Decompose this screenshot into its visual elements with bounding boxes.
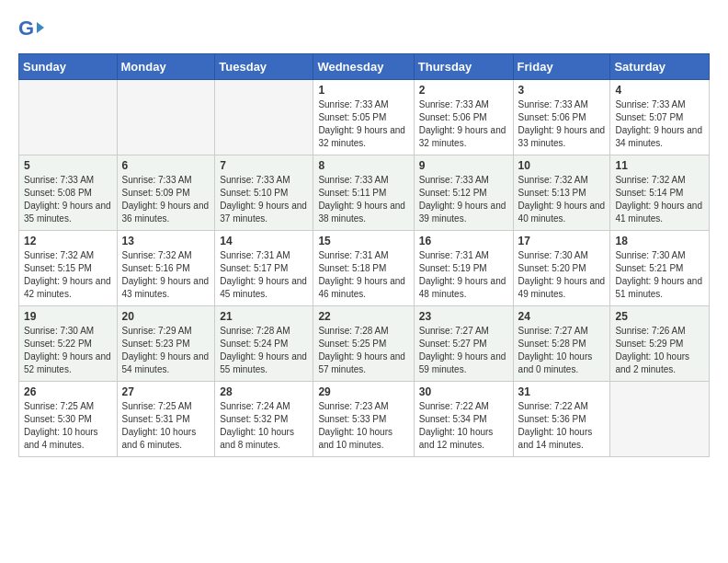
weekday-header: Tuesday (215, 54, 313, 80)
calendar-cell: 16Sunrise: 7:31 AM Sunset: 5:19 PM Dayli… (414, 231, 513, 306)
day-info: Sunrise: 7:31 AM Sunset: 5:18 PM Dayligh… (318, 249, 408, 301)
day-number: 8 (318, 159, 408, 172)
day-number: 16 (419, 235, 508, 247)
header: G (18, 17, 710, 42)
calendar-week-row: 19Sunrise: 7:30 AM Sunset: 5:22 PM Dayli… (19, 306, 710, 382)
day-info: Sunrise: 7:32 AM Sunset: 5:15 PM Dayligh… (24, 249, 112, 301)
day-info: Sunrise: 7:30 AM Sunset: 5:20 PM Dayligh… (518, 249, 606, 301)
day-number: 1 (318, 84, 408, 97)
day-info: Sunrise: 7:33 AM Sunset: 5:09 PM Dayligh… (122, 174, 210, 225)
day-info: Sunrise: 7:33 AM Sunset: 5:07 PM Dayligh… (615, 98, 704, 150)
calendar-cell: 24Sunrise: 7:27 AM Sunset: 5:28 PM Dayli… (513, 306, 610, 382)
day-info: Sunrise: 7:33 AM Sunset: 5:10 PM Dayligh… (220, 174, 308, 225)
calendar-cell (610, 382, 710, 457)
weekday-header: Wednesday (313, 54, 414, 80)
day-number: 12 (24, 235, 112, 247)
calendar-cell: 15Sunrise: 7:31 AM Sunset: 5:18 PM Dayli… (313, 231, 414, 306)
day-number: 6 (122, 159, 210, 172)
day-info: Sunrise: 7:30 AM Sunset: 5:21 PM Dayligh… (615, 249, 704, 301)
calendar-cell: 18Sunrise: 7:30 AM Sunset: 5:21 PM Dayli… (610, 231, 710, 306)
day-number: 9 (419, 159, 508, 172)
calendar-cell (215, 80, 313, 155)
calendar-cell (19, 80, 118, 155)
calendar-cell: 12Sunrise: 7:32 AM Sunset: 5:15 PM Dayli… (19, 231, 118, 306)
calendar-cell: 27Sunrise: 7:25 AM Sunset: 5:31 PM Dayli… (117, 382, 215, 457)
calendar-cell: 26Sunrise: 7:25 AM Sunset: 5:30 PM Dayli… (19, 382, 118, 457)
calendar-cell: 28Sunrise: 7:24 AM Sunset: 5:32 PM Dayli… (215, 382, 313, 457)
weekday-header: Monday (117, 54, 215, 80)
day-info: Sunrise: 7:22 AM Sunset: 5:36 PM Dayligh… (518, 400, 606, 452)
weekday-header: Sunday (19, 54, 118, 80)
weekday-header: Thursday (414, 54, 513, 80)
day-info: Sunrise: 7:29 AM Sunset: 5:23 PM Dayligh… (122, 325, 210, 376)
day-info: Sunrise: 7:32 AM Sunset: 5:14 PM Dayligh… (615, 174, 704, 225)
calendar-week-row: 1Sunrise: 7:33 AM Sunset: 5:05 PM Daylig… (19, 80, 710, 155)
day-info: Sunrise: 7:28 AM Sunset: 5:25 PM Dayligh… (318, 325, 408, 376)
day-info: Sunrise: 7:30 AM Sunset: 5:22 PM Dayligh… (24, 325, 112, 376)
calendar-cell: 14Sunrise: 7:31 AM Sunset: 5:17 PM Dayli… (215, 231, 313, 306)
day-number: 30 (419, 385, 508, 398)
day-number: 7 (220, 159, 308, 172)
day-info: Sunrise: 7:31 AM Sunset: 5:19 PM Dayligh… (419, 249, 508, 301)
calendar-week-row: 12Sunrise: 7:32 AM Sunset: 5:15 PM Dayli… (19, 231, 710, 306)
day-info: Sunrise: 7:26 AM Sunset: 5:29 PM Dayligh… (615, 325, 704, 376)
day-number: 3 (518, 84, 606, 97)
calendar-cell: 30Sunrise: 7:22 AM Sunset: 5:34 PM Dayli… (414, 382, 513, 457)
calendar-cell: 20Sunrise: 7:29 AM Sunset: 5:23 PM Dayli… (117, 306, 215, 382)
calendar-cell (117, 80, 215, 155)
day-info: Sunrise: 7:25 AM Sunset: 5:30 PM Dayligh… (24, 400, 112, 452)
calendar-cell: 5Sunrise: 7:33 AM Sunset: 5:08 PM Daylig… (19, 155, 118, 231)
day-number: 19 (24, 310, 112, 323)
day-number: 26 (24, 385, 112, 398)
day-number: 29 (318, 385, 408, 398)
calendar-page: G SundayMondayTuesdayWednesdayThursdayFr… (0, 0, 728, 466)
svg-text:G: G (18, 17, 34, 40)
calendar-cell: 29Sunrise: 7:23 AM Sunset: 5:33 PM Dayli… (313, 382, 414, 457)
day-number: 28 (220, 385, 308, 398)
day-info: Sunrise: 7:28 AM Sunset: 5:24 PM Dayligh… (220, 325, 308, 376)
day-number: 15 (318, 235, 408, 247)
svg-marker-1 (37, 22, 44, 33)
day-info: Sunrise: 7:23 AM Sunset: 5:33 PM Dayligh… (318, 400, 408, 452)
day-number: 11 (615, 159, 704, 172)
calendar-cell: 17Sunrise: 7:30 AM Sunset: 5:20 PM Dayli… (513, 231, 610, 306)
calendar-cell: 13Sunrise: 7:32 AM Sunset: 5:16 PM Dayli… (117, 231, 215, 306)
day-info: Sunrise: 7:33 AM Sunset: 5:06 PM Dayligh… (419, 98, 508, 150)
day-number: 17 (518, 235, 606, 247)
day-number: 21 (220, 310, 308, 323)
day-number: 18 (615, 235, 704, 247)
day-number: 25 (615, 310, 704, 323)
day-info: Sunrise: 7:22 AM Sunset: 5:34 PM Dayligh… (419, 400, 508, 452)
day-info: Sunrise: 7:24 AM Sunset: 5:32 PM Dayligh… (220, 400, 308, 452)
day-number: 10 (518, 159, 606, 172)
day-info: Sunrise: 7:33 AM Sunset: 5:08 PM Dayligh… (24, 174, 112, 225)
calendar-cell: 11Sunrise: 7:32 AM Sunset: 5:14 PM Dayli… (610, 155, 710, 231)
day-info: Sunrise: 7:27 AM Sunset: 5:27 PM Dayligh… (419, 325, 508, 376)
calendar-cell: 7Sunrise: 7:33 AM Sunset: 5:10 PM Daylig… (215, 155, 313, 231)
day-number: 23 (419, 310, 508, 323)
calendar-cell: 9Sunrise: 7:33 AM Sunset: 5:12 PM Daylig… (414, 155, 513, 231)
calendar-table: SundayMondayTuesdayWednesdayThursdayFrid… (18, 53, 710, 457)
day-number: 31 (518, 385, 606, 398)
day-number: 4 (615, 84, 704, 97)
calendar-week-row: 5Sunrise: 7:33 AM Sunset: 5:08 PM Daylig… (19, 155, 710, 231)
weekday-header: Saturday (610, 54, 710, 80)
logo: G (18, 17, 46, 42)
day-info: Sunrise: 7:33 AM Sunset: 5:11 PM Dayligh… (318, 174, 408, 225)
day-number: 2 (419, 84, 508, 97)
logo-icon: G (18, 17, 44, 42)
calendar-cell: 2Sunrise: 7:33 AM Sunset: 5:06 PM Daylig… (414, 80, 513, 155)
calendar-cell: 4Sunrise: 7:33 AM Sunset: 5:07 PM Daylig… (610, 80, 710, 155)
calendar-cell: 25Sunrise: 7:26 AM Sunset: 5:29 PM Dayli… (610, 306, 710, 382)
day-number: 22 (318, 310, 408, 323)
day-info: Sunrise: 7:32 AM Sunset: 5:16 PM Dayligh… (122, 249, 210, 301)
calendar-cell: 8Sunrise: 7:33 AM Sunset: 5:11 PM Daylig… (313, 155, 414, 231)
day-info: Sunrise: 7:31 AM Sunset: 5:17 PM Dayligh… (220, 249, 308, 301)
calendar-cell: 23Sunrise: 7:27 AM Sunset: 5:27 PM Dayli… (414, 306, 513, 382)
calendar-cell: 1Sunrise: 7:33 AM Sunset: 5:05 PM Daylig… (313, 80, 414, 155)
weekday-header: Friday (513, 54, 610, 80)
calendar-cell: 22Sunrise: 7:28 AM Sunset: 5:25 PM Dayli… (313, 306, 414, 382)
calendar-cell: 21Sunrise: 7:28 AM Sunset: 5:24 PM Dayli… (215, 306, 313, 382)
day-info: Sunrise: 7:33 AM Sunset: 5:12 PM Dayligh… (419, 174, 508, 225)
day-number: 24 (518, 310, 606, 323)
